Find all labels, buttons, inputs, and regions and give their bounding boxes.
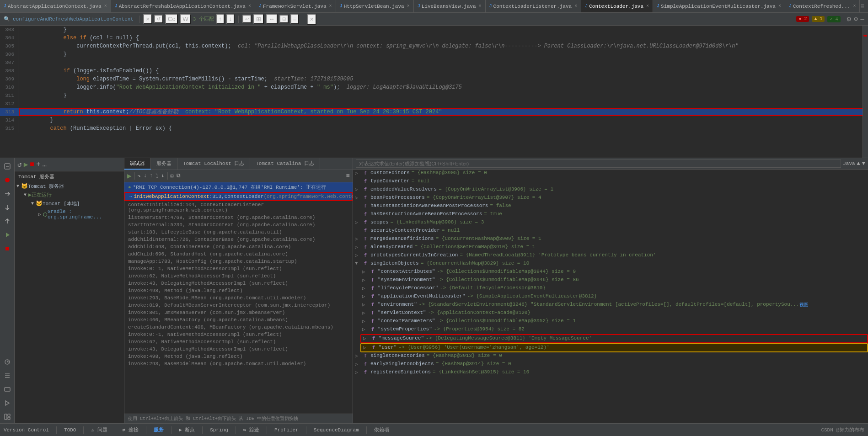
status-service[interactable]: 服务: [154, 426, 164, 433]
var-type-converter[interactable]: f typeConverter = null: [353, 178, 868, 186]
var-servlet-context[interactable]: ▷ f "servletContext" -> {ApplicationCont…: [360, 309, 868, 318]
cs-frame-0[interactable]: → initWebApplicationContext:313, Context…: [124, 192, 353, 201]
tree-item-tomcat-local[interactable]: ▼ 🐱 Tomcat [本地]: [15, 199, 124, 208]
status-profiler[interactable]: Profiler: [274, 427, 299, 433]
tab-tomcat-catalina[interactable]: Tomcat Catalina 日志: [250, 158, 320, 170]
var-singleton-objects[interactable]: ▼ f singletonObjects = {ConcurrentHashMa…: [353, 260, 868, 268]
var-expand[interactable]: ▷: [362, 277, 370, 283]
cs-frame-7[interactable]: addChild:696, StandardHost (org.apache.c…: [124, 250, 353, 258]
var-expand[interactable]: ▷: [355, 353, 362, 359]
tree-item-running[interactable]: ▼ ▶ 正在运行: [15, 191, 124, 199]
tab-tomcat-localhost[interactable]: Tomcat Localhost 日志: [177, 158, 250, 170]
regex-btn[interactable]: ↺: [154, 15, 163, 23]
var-expand[interactable]: ▷: [355, 369, 362, 375]
tab-simple-event-multicaster[interactable]: J SimpleApplicationEventMulticaster.java…: [653, 0, 785, 12]
tab-list-btn[interactable]: ≡: [861, 3, 864, 10]
resume-btn[interactable]: ▶: [24, 160, 28, 169]
expand-btn[interactable]: ⊞: [253, 14, 264, 24]
code-editor[interactable]: 303 } 304 else if (ccl != null) { 305 cu…: [0, 26, 868, 158]
cs-frame-5[interactable]: addChildInternal:726, ContainerBase (org…: [124, 236, 353, 243]
var-expand[interactable]: ▷: [362, 310, 370, 316]
vars-nav-next[interactable]: ▼: [862, 160, 865, 167]
cs-step-cursor-btn[interactable]: ⤵: [155, 173, 158, 180]
var-custom-editors[interactable]: ▷ f customEditors = {HashMap@3905} size …: [353, 170, 868, 178]
tab-http-servlet-bean[interactable]: J HttpServletBean.java ×: [336, 0, 414, 12]
tab-server[interactable]: 服务器: [151, 158, 177, 170]
var-bean-post-processors[interactable]: ▷ f beanPostProcessors = {CopyOnWriteArr…: [353, 194, 868, 202]
var-expand[interactable]: ▷: [355, 186, 362, 192]
pin-btn[interactable]: ↔: [266, 14, 277, 24]
sidebar-btn-run-dash[interactable]: [1, 397, 14, 409]
var-scopes[interactable]: ▷ f scopes = {LinkedHashMap@3908} size =…: [353, 219, 868, 227]
status-spring[interactable]: Spring: [210, 427, 228, 433]
cs-frame-18[interactable]: invoke:0:-1, NativeMethodAccessorImpl (s…: [124, 331, 353, 338]
tab-close-btn[interactable]: ×: [853, 4, 856, 9]
rmi-item[interactable]: ● *RMI TCP Connection(4)-127.0.0.1@1,747…: [124, 182, 353, 192]
sidebar-btn-threads[interactable]: [1, 369, 14, 382]
var-context-params[interactable]: ▷ f "contextParameters" -> {Collections$…: [360, 318, 868, 326]
case-btn[interactable]: Cc: [165, 14, 178, 24]
var-user[interactable]: ▷ f "user" -> {User@3956} 'User(username…: [360, 343, 868, 352]
var-prototypes-creation[interactable]: ▷ f prototypesCurrentlyInCreation = {Nam…: [353, 252, 868, 260]
var-context-attrs[interactable]: ▷ f "contextAttributes" -> {Collections$…: [360, 268, 868, 276]
cs-frame-11[interactable]: invoke:43, DelegatingMethodAccessorImpl …: [124, 280, 353, 287]
cs-step-over-btn[interactable]: ↷: [138, 173, 141, 180]
sidebar-btn-memory[interactable]: [1, 383, 14, 396]
cs-filter-btn[interactable]: ≡: [346, 172, 350, 180]
var-expand[interactable]: ▷: [362, 318, 370, 324]
tree-item-gradle[interactable]: ▷ ⬡ Gradle : org.springframe...: [15, 208, 124, 221]
tab-close-btn[interactable]: ×: [479, 4, 482, 9]
status-problems[interactable]: ⚠ 问题: [91, 426, 107, 433]
cs-step-out-btn[interactable]: ↑: [150, 173, 153, 179]
cs-frame-2[interactable]: listenerStart:4768, StandardContext (org…: [124, 214, 353, 221]
tab-close-btn[interactable]: ×: [574, 4, 577, 9]
status-connect[interactable]: ⇄ 连接: [123, 426, 139, 433]
prev-match-btn[interactable]: ↑: [216, 14, 225, 24]
var-lifecycle-processor[interactable]: ▷ f "lifecycleProcessor" -> {DefaultLife…: [360, 285, 868, 293]
cs-frame-9[interactable]: invoke:0:-1, NativeMethodAccessorImpl (s…: [124, 265, 353, 272]
var-expand[interactable]: ▷: [355, 170, 362, 176]
status-deps[interactable]: 依赖项: [374, 426, 389, 433]
var-expand[interactable]: ▷: [355, 252, 362, 258]
status-sequence[interactable]: SequenceDiagram: [314, 427, 359, 433]
stop2-btn[interactable]: ■: [30, 160, 34, 169]
view-link[interactable]: 视图: [799, 302, 809, 308]
tab-close-btn[interactable]: ×: [329, 4, 332, 9]
cs-frame-20[interactable]: invoke:43, DelegatingMethodAccessorImpl …: [124, 346, 353, 353]
var-already-created[interactable]: ▷ f alreadyCreated = {Collections$SetFro…: [353, 244, 868, 252]
var-system-props[interactable]: ▷ f "systemProperties" -> {Properties@39…: [360, 326, 868, 334]
tab-live-beans[interactable]: J LiveBeansView.java ×: [414, 0, 486, 12]
tab-context-refreshed[interactable]: J ContextRefreshed... ×: [785, 0, 860, 12]
tab-context-loader[interactable]: J ContextLoader.java ×: [581, 0, 653, 12]
cs-step-into-btn[interactable]: ↓: [144, 173, 147, 179]
tab-close-btn[interactable]: ×: [104, 4, 107, 9]
status-todo[interactable]: TODO: [64, 427, 76, 433]
var-expand[interactable]: ▷: [362, 302, 370, 308]
tree-item-tomcat[interactable]: ▼ 🐱 Tomcat 服务器: [15, 182, 124, 191]
vars-search-input[interactable]: [356, 160, 841, 168]
var-expand[interactable]: ▷: [355, 361, 362, 367]
sidebar-btn-breakpoints[interactable]: [1, 174, 14, 186]
status-version-control[interactable]: Version Control: [4, 427, 49, 433]
cs-frame-1[interactable]: contextInitialized:104, ContextLoaderLis…: [124, 201, 353, 214]
var-message-source[interactable]: ▷ f "messageSource" -> {DelegatingMessag…: [360, 334, 868, 343]
var-environment[interactable]: ▷ f "environment" -> {StandardServletEnv…: [360, 301, 868, 309]
cs-frame-12[interactable]: invoke:498, Method (java.lang.reflect): [124, 287, 353, 294]
var-expand[interactable]: ▼: [355, 261, 362, 266]
cs-frame-16[interactable]: invoke:460, MBeanFactory (org.apache.cat…: [124, 316, 353, 324]
var-merged-bean-defs[interactable]: ▷ f mergedBeanDefinitions = {ConcurrentH…: [353, 235, 868, 244]
sidebar-btn-resume[interactable]: [1, 229, 14, 241]
var-expand[interactable]: ▷: [355, 219, 362, 225]
var-embedded-resolvers[interactable]: ▷ f embeddedValueResolvers = {CopyOnWrit…: [353, 186, 868, 194]
settings2-btn[interactable]: …: [43, 160, 47, 169]
tab-close-btn[interactable]: ×: [407, 4, 410, 9]
sidebar-btn-watches[interactable]: [1, 356, 14, 368]
status-breakpoints[interactable]: ▶ 断点: [179, 426, 195, 433]
cs-frame-17[interactable]: createStandardContext:408, MBeanFactory …: [124, 324, 353, 331]
var-expand[interactable]: ▷: [362, 293, 370, 299]
cs-frame-6[interactable]: addChild:698, ContainerBase (org.apache.…: [124, 243, 353, 250]
var-expand[interactable]: ▷: [355, 236, 362, 242]
cs-frame-19[interactable]: invoke:62, NativeMethodAccessorImpl (sun…: [124, 338, 353, 346]
tab-close-btn[interactable]: ×: [646, 4, 649, 9]
sidebar-btn-step-out[interactable]: [1, 215, 14, 228]
